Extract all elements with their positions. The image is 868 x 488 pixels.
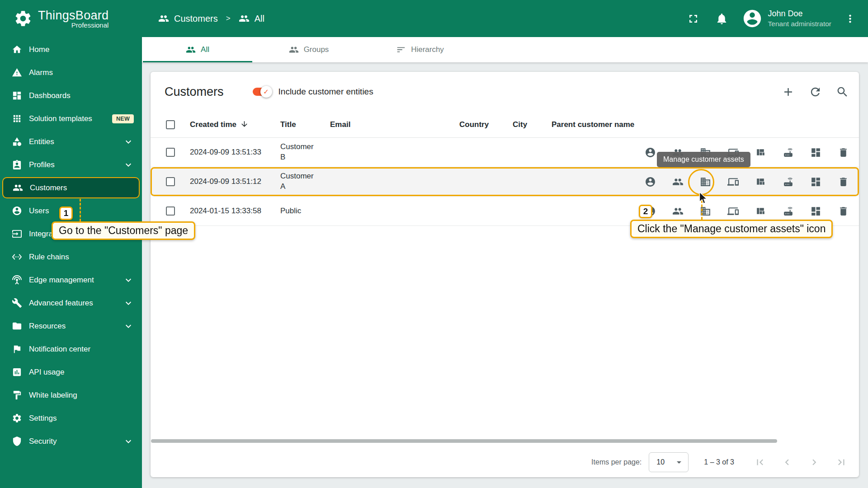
manage-customer-dashboards-icon[interactable] xyxy=(810,206,821,217)
logo: ThingsBoard Professional xyxy=(0,0,142,37)
sidebar-item-entities[interactable]: Entities xyxy=(0,130,142,153)
sidebar-item-users[interactable]: Users xyxy=(0,199,142,222)
row-actions xyxy=(642,176,849,188)
last-page-button[interactable] xyxy=(835,456,847,468)
resources-icon xyxy=(12,321,22,331)
delete-icon[interactable] xyxy=(838,147,849,158)
sidebar-item-solution-templates[interactable]: Solution templates NEW xyxy=(0,107,142,130)
manage-customer-edge-instances-icon[interactable] xyxy=(783,147,794,158)
tab-hierarchy[interactable]: Hierarchy xyxy=(364,37,476,62)
row-checkbox[interactable] xyxy=(166,148,175,157)
tab-all[interactable]: All xyxy=(142,37,253,62)
sidebar-item-home[interactable]: Home xyxy=(0,38,142,61)
cell-created-time: 2024-09-09 13:51:33 xyxy=(190,148,280,157)
chevron-down-icon xyxy=(123,136,134,147)
horizontal-scrollbar-thumb[interactable] xyxy=(151,439,777,443)
column-header-email[interactable]: Email xyxy=(330,120,459,129)
main-area: Customers > All John Doe Tenant administ… xyxy=(142,0,868,488)
fullscreen-icon[interactable] xyxy=(687,12,700,25)
column-header-city[interactable]: City xyxy=(513,120,552,129)
manage-customer-assets-icon[interactable] xyxy=(700,206,711,217)
column-header-created-time[interactable]: Created time xyxy=(190,120,280,129)
toggle-track: ✓ xyxy=(253,88,271,96)
sidebar-item-label: Alarms xyxy=(29,68,53,77)
user-menu[interactable]: John Doe Tenant administrator xyxy=(768,9,831,28)
group-icon xyxy=(186,45,196,55)
sidebar-item-advanced-features[interactable]: Advanced features xyxy=(0,291,142,314)
dashboards-icon xyxy=(12,90,22,101)
sidebar-item-customers[interactable]: Customers xyxy=(2,177,140,198)
table-row-highlighted[interactable]: 2024-09-09 13:51:12 Customer A xyxy=(151,167,859,197)
manage-customer-entity-views-icon[interactable] xyxy=(755,176,766,188)
manage-customer-assets-icon[interactable] xyxy=(700,176,711,188)
toggle-label: Include customer entities xyxy=(278,87,373,97)
refresh-button[interactable] xyxy=(809,85,822,99)
first-page-button[interactable] xyxy=(754,456,766,468)
sidebar-item-label: Resources xyxy=(29,322,66,331)
horizontal-scrollbar xyxy=(151,439,859,443)
breadcrumb-separator: > xyxy=(226,14,231,23)
manage-customer-customers-icon[interactable] xyxy=(672,147,684,158)
more-vert-icon[interactable] xyxy=(844,13,856,25)
table-footer: Items per page: 10 1 – 3 of 3 xyxy=(151,447,859,477)
manage-customer-devices-icon[interactable] xyxy=(727,176,739,188)
sidebar-item-security[interactable]: Security xyxy=(0,430,142,453)
sidebar-item-label: Customers xyxy=(30,183,67,192)
entities-icon xyxy=(12,136,22,147)
sidebar-item-integrations[interactable]: Integrations xyxy=(0,222,142,245)
sidebar-item-api-usage[interactable]: API usage xyxy=(0,361,142,384)
avatar[interactable] xyxy=(742,8,763,29)
manage-customer-users-icon[interactable] xyxy=(645,206,656,217)
manage-customer-devices-icon[interactable] xyxy=(727,206,739,217)
sidebar-item-notification-center[interactable]: Notification center xyxy=(0,338,142,361)
items-per-page-select[interactable]: 10 xyxy=(649,452,689,472)
sidebar-item-rule-chains[interactable]: Rule chains xyxy=(0,245,142,268)
column-header-country[interactable]: Country xyxy=(459,120,513,129)
alarm-icon xyxy=(12,67,22,78)
sidebar-item-edge-management[interactable]: Edge management xyxy=(0,268,142,291)
manage-customer-entity-views-icon[interactable] xyxy=(755,147,766,158)
manage-customer-customers-icon[interactable] xyxy=(672,206,684,217)
next-page-button[interactable] xyxy=(808,456,820,468)
sidebar-item-white-labeling[interactable]: White labeling xyxy=(0,384,142,407)
select-all-checkbox[interactable] xyxy=(166,120,175,129)
add-customer-button[interactable] xyxy=(782,85,795,99)
sidebar-item-settings[interactable]: Settings xyxy=(0,407,142,430)
tab-groups[interactable]: Groups xyxy=(253,37,364,62)
sidebar-item-dashboards[interactable]: Dashboards xyxy=(0,84,142,107)
delete-icon[interactable] xyxy=(838,176,849,188)
sidebar-item-label: Home xyxy=(29,45,49,54)
tab-bar: All Groups Hierarchy xyxy=(142,37,868,62)
breadcrumb-customers[interactable]: Customers xyxy=(158,13,218,24)
manage-customer-customers-icon[interactable] xyxy=(672,176,684,188)
sidebar-item-resources[interactable]: Resources xyxy=(0,314,142,338)
manage-customer-edge-instances-icon[interactable] xyxy=(783,176,794,188)
rule-chains-icon xyxy=(12,252,22,262)
manage-customer-dashboards-icon[interactable] xyxy=(810,176,821,188)
customers-table-card: Customers ✓ Include customer entities xyxy=(151,72,859,477)
sidebar-item-profiles[interactable]: Profiles xyxy=(0,153,142,176)
search-button[interactable] xyxy=(836,85,849,99)
previous-page-button[interactable] xyxy=(781,456,793,468)
notifications-bell-icon[interactable] xyxy=(715,12,728,25)
column-header-title[interactable]: Title xyxy=(280,120,330,129)
sidebar-item-alarms[interactable]: Alarms xyxy=(0,61,142,84)
manage-customer-users-icon[interactable] xyxy=(645,147,656,158)
table-row[interactable]: 2024-09-09 13:51:33 Customer B xyxy=(151,138,859,167)
table-row[interactable]: 2024-01-15 13:33:58 Public xyxy=(151,197,859,226)
breadcrumb-all[interactable]: All xyxy=(239,13,264,24)
manage-customer-users-icon[interactable] xyxy=(645,176,656,188)
manage-customer-dashboards-icon[interactable] xyxy=(810,147,821,158)
manage-customer-entity-views-icon[interactable] xyxy=(755,206,766,217)
row-checkbox[interactable] xyxy=(166,206,175,216)
sidebar-item-label: API usage xyxy=(29,368,64,377)
manage-customer-edge-instances-icon[interactable] xyxy=(783,206,794,217)
group-icon xyxy=(239,13,250,24)
sidebar-nav: Home Alarms Dashboards Solution template… xyxy=(0,37,142,488)
manage-customer-assets-icon[interactable] xyxy=(700,147,711,158)
row-checkbox[interactable] xyxy=(166,177,175,186)
manage-customer-devices-icon[interactable] xyxy=(727,147,739,158)
include-customer-entities-toggle[interactable]: ✓ Include customer entities xyxy=(253,87,373,97)
delete-icon[interactable] xyxy=(838,206,849,217)
column-header-parent-customer-name[interactable]: Parent customer name xyxy=(552,120,642,129)
